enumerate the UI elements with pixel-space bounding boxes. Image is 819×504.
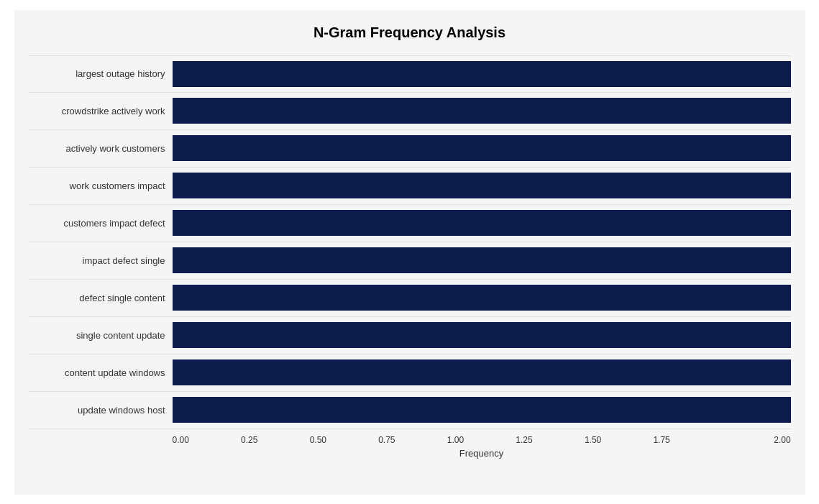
bar-row: customers impact defect xyxy=(29,205,791,242)
bar-track xyxy=(173,98,791,124)
bar-track xyxy=(173,322,791,348)
bar-label: work customers impact xyxy=(29,180,173,191)
bar-fill xyxy=(173,173,791,198)
bar-label: update windows host xyxy=(29,405,173,416)
bar-label: customers impact defect xyxy=(29,218,173,229)
bar-label: actively work customers xyxy=(29,143,173,154)
bar-row: impact defect single xyxy=(29,242,791,280)
bar-fill xyxy=(173,322,791,348)
bar-track xyxy=(173,210,791,236)
bar-row: largest outage history xyxy=(29,55,791,93)
x-tick: 0.75 xyxy=(378,435,447,445)
bar-row: defect single content xyxy=(29,280,791,317)
bar-label: content update windows xyxy=(29,367,173,378)
chart-area: largest outage historycrowdstrike active… xyxy=(29,55,791,429)
x-axis: 0.000.250.500.751.001.251.501.752.00 xyxy=(173,435,791,445)
bar-track xyxy=(173,285,791,311)
bar-track xyxy=(173,247,791,273)
bar-fill xyxy=(173,210,791,236)
bar-row: content update windows xyxy=(29,354,791,392)
bar-label: impact defect single xyxy=(29,255,173,266)
bar-row: work customers impact xyxy=(29,168,791,205)
x-axis-label: Frequency xyxy=(173,448,791,459)
x-tick: 1.00 xyxy=(447,435,516,445)
bar-fill xyxy=(173,135,791,161)
bar-label: crowdstrike actively work xyxy=(29,106,173,116)
bar-track xyxy=(173,135,791,161)
bar-row: single content update xyxy=(29,317,791,354)
bar-fill xyxy=(173,247,791,273)
x-tick: 1.75 xyxy=(653,435,722,445)
bar-track xyxy=(173,359,791,385)
bar-label: defect single content xyxy=(29,293,173,303)
bar-fill xyxy=(173,397,791,423)
x-tick: 0.50 xyxy=(310,435,379,445)
bar-track xyxy=(173,397,791,423)
x-tick: 1.50 xyxy=(585,435,654,445)
bar-row: update windows host xyxy=(29,392,791,429)
bar-row: crowdstrike actively work xyxy=(29,93,791,130)
bar-fill xyxy=(173,61,791,87)
bar-label: largest outage history xyxy=(29,68,173,79)
x-tick: 0.00 xyxy=(173,435,242,445)
bar-track xyxy=(173,173,791,198)
x-tick: 0.25 xyxy=(241,435,310,445)
bar-label: single content update xyxy=(29,330,173,341)
bar-track xyxy=(173,61,791,87)
x-tick: 1.25 xyxy=(516,435,585,445)
bar-fill xyxy=(173,98,791,124)
bar-fill xyxy=(173,285,791,311)
bar-fill xyxy=(173,359,791,385)
bar-row: actively work customers xyxy=(29,130,791,168)
chart-container: N-Gram Frequency Analysis largest outage… xyxy=(14,10,805,495)
chart-title: N-Gram Frequency Analysis xyxy=(29,24,791,41)
x-tick: 2.00 xyxy=(722,435,791,445)
